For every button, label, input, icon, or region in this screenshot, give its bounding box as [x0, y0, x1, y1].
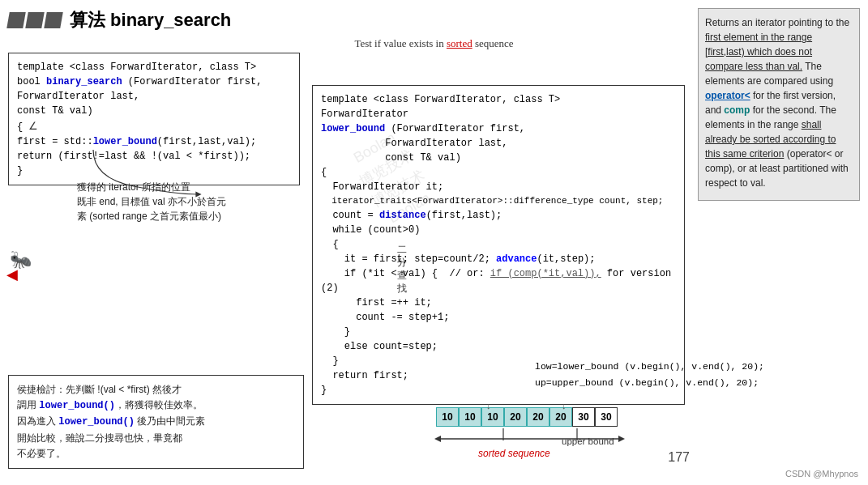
sorted-sequence-label: sorted sequence	[478, 448, 550, 459]
page-title: 算法 binary_search	[70, 8, 231, 32]
red-arrow: ◀	[6, 266, 18, 283]
header-icons	[8, 12, 62, 28]
page-container: 算法 binary_search Test if value exists in…	[0, 0, 868, 485]
middle-code-box: template <class ForwardIterator, class T…	[312, 85, 685, 405]
upper-bound-label-arrow: ↓	[562, 401, 567, 411]
code-line-2: bool binary_search (ForwardIterator firs…	[17, 74, 291, 89]
mid-line-13: if (*it < val) { // or: if (comp(*it,val…	[321, 266, 676, 296]
low-bound-line: low=lower_bound (v.begin(), v.end(), 20)…	[535, 359, 764, 376]
mid-line-15: count -= step+1;	[321, 310, 676, 325]
mid-line-17: else count=step;	[321, 339, 676, 354]
sorted-word: sorted	[447, 37, 472, 49]
mid-line-12: it = first; step=count/2; advance(it,ste…	[321, 252, 676, 266]
right-desc-box: Returns an iterator pointing to the firs…	[698, 8, 860, 201]
code-line-5: { ∠	[17, 118, 291, 134]
mid-line-11: {	[321, 237, 676, 252]
mid-line-5: const T& val)	[321, 151, 676, 165]
bracket-arrows	[69, 146, 296, 211]
upper-bound-text: upper bound	[562, 436, 614, 446]
code-line-3: ForwardIterator last,	[17, 89, 291, 104]
mid-line-9: count = distance(first,last);	[321, 208, 676, 223]
col-label-找: 找	[397, 282, 407, 296]
mid-line-8: iterator_traits<ForwardIterator>::differ…	[321, 194, 676, 208]
code-line-1: template <class ForwardIterator, class T…	[17, 60, 291, 74]
mid-line-14: first =++ it;	[321, 296, 676, 310]
icon-block-2	[25, 12, 45, 28]
icon-block-3	[44, 12, 63, 28]
mid-line-10: while (count>0)	[321, 223, 676, 237]
col-label-分: 分	[397, 256, 407, 270]
svg-marker-2	[618, 436, 625, 442]
csdn-credit: CSDN @Mhypnos	[785, 469, 858, 479]
mid-line-16: }	[321, 325, 676, 339]
bottom-note-box: 侯捷檢討：先判斷 !(val < *first) 然後才 調用 lower_bo…	[8, 375, 304, 469]
mid-line-2: ForwardIterator	[321, 107, 676, 121]
mid-line-7: ForwardIterator it;	[321, 180, 676, 194]
bound-code: low=lower_bound (v.begin(), v.end(), 20)…	[535, 359, 764, 392]
code-line-4: const T& val)	[17, 104, 291, 118]
col-label-二: 二	[397, 243, 407, 257]
lower-bound-label: ↓	[486, 401, 491, 411]
up-bound-line: up=upper_bound (v.begin(), v.end(), 20);	[535, 375, 764, 392]
mid-line-4: ForwardIterator last,	[321, 136, 676, 151]
page-number: 177	[668, 450, 690, 465]
mid-line-3: lower_bound (ForwardIterator first,	[321, 121, 676, 136]
svg-marker-1	[434, 436, 441, 442]
mid-line-1: template <class ForwardIterator, class T…	[321, 92, 676, 107]
col-label-查: 查	[397, 269, 407, 283]
mid-line-6: {	[321, 165, 676, 180]
icon-block-1	[6, 12, 26, 28]
